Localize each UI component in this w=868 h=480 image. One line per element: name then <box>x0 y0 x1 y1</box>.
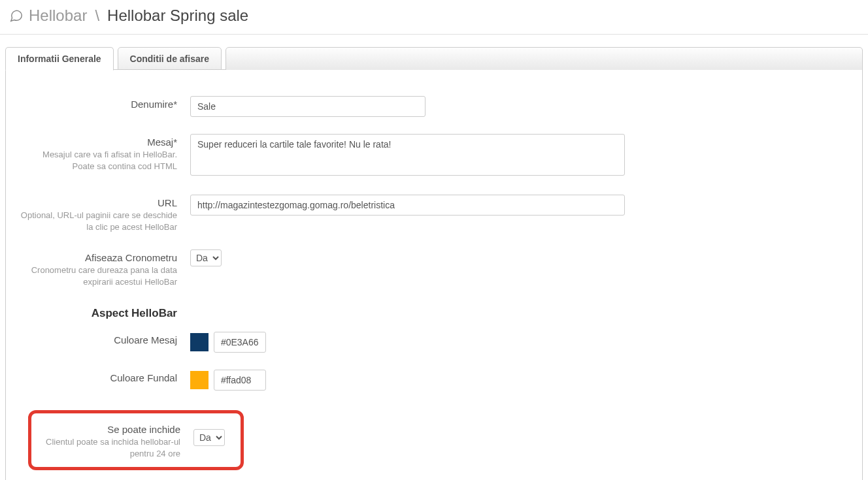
label-bg-color: Culoare Fundal <box>19 372 177 383</box>
tab-general[interactable]: Informatii Generale <box>5 47 114 71</box>
text-color-input[interactable] <box>214 332 266 353</box>
breadcrumb: Hellobar \ Hellobar Spring sale <box>9 7 859 25</box>
row-url: URL Optional, URL-ul paginii care se des… <box>19 195 849 232</box>
label-message: Mesaj* <box>19 136 177 148</box>
label-url: URL <box>19 197 177 208</box>
url-input[interactable] <box>190 195 625 216</box>
countdown-select[interactable]: Da <box>190 249 222 266</box>
tab-panel-general: Denumire* Mesaj* Mesajul care va fi afis… <box>5 70 863 480</box>
row-countdown: Afiseaza Cronometru Cronometru care dure… <box>19 249 849 287</box>
tab-bar-fill <box>225 47 863 71</box>
label-closable: Se poate inchide <box>31 424 180 435</box>
bg-color-input[interactable] <box>214 370 266 391</box>
label-text-color: Culoare Mesaj <box>19 334 177 345</box>
tabs: Informatii Generale Conditii de afisare <box>5 46 863 70</box>
swatch-bg-color[interactable] <box>190 371 209 389</box>
label-name: Denumire* <box>19 99 177 110</box>
tab-conditions[interactable]: Conditii de afisare <box>118 47 222 71</box>
help-message: Mesajul care va fi afisat in HelloBar. P… <box>19 149 177 172</box>
row-name: Denumire* <box>19 96 849 117</box>
help-url: Optional, URL-ul paginii care se deschid… <box>19 210 177 232</box>
row-message: Mesaj* Mesajul care va fi afisat in Hell… <box>19 134 849 178</box>
breadcrumb-parent[interactable]: Hellobar <box>29 7 87 25</box>
row-bg-color: Culoare Fundal <box>19 370 849 391</box>
highlight-closable: Se poate inchide Clientul poate sa inchi… <box>28 410 244 470</box>
row-text-color: Culoare Mesaj <box>19 332 849 353</box>
name-input[interactable] <box>190 96 426 117</box>
section-heading-aspect: Aspect HelloBar <box>19 307 190 320</box>
page-title: Hellobar Spring sale <box>107 7 248 25</box>
label-countdown: Afiseaza Cronometru <box>19 252 177 263</box>
help-countdown: Cronometru care dureaza pana la data exp… <box>19 264 177 287</box>
closable-select[interactable]: Da <box>193 429 225 446</box>
chat-icon <box>9 8 24 23</box>
breadcrumb-separator: \ <box>92 7 102 25</box>
swatch-text-color[interactable] <box>190 333 209 351</box>
page-header: Hellobar \ Hellobar Spring sale <box>0 0 868 35</box>
message-textarea[interactable]: Super reduceri la cartile tale favorite!… <box>190 134 625 176</box>
help-closable: Clientul poate sa inchida hellobar-ul pe… <box>31 436 180 459</box>
